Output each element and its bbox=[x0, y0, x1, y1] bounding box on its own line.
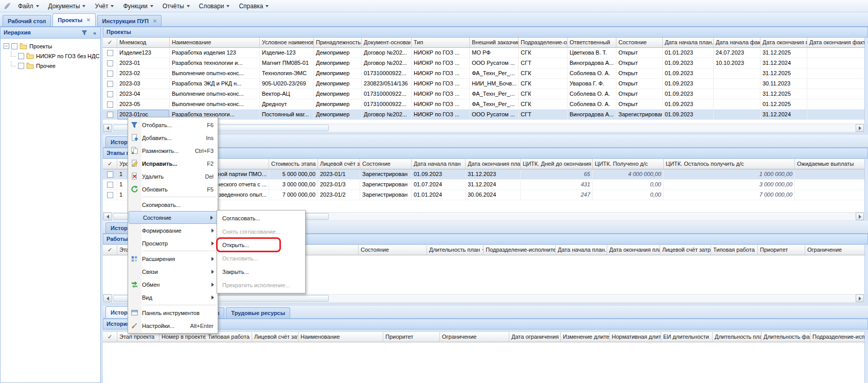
column-header[interactable]: Типовая работа bbox=[206, 332, 252, 342]
menubar-item[interactable]: Словари bbox=[194, 1, 235, 12]
scroll-left-button[interactable] bbox=[103, 294, 112, 302]
tab-close-icon[interactable]: ✕ bbox=[153, 19, 157, 24]
column-header[interactable]: Наименование bbox=[298, 332, 383, 342]
column-header[interactable]: ЦИТК. Осталось получить д/с bbox=[664, 159, 795, 169]
row-checkbox[interactable] bbox=[107, 112, 113, 118]
projects-vertical-scrollbar[interactable] bbox=[864, 38, 868, 124]
row-checkbox[interactable] bbox=[107, 182, 113, 188]
table-row[interactable]: 2023-01Разработка технологии и...Магнит … bbox=[103, 58, 864, 68]
works-vertical-scrollbar[interactable] bbox=[864, 245, 868, 294]
table-row[interactable]: 2023-02Выполнение опытно-конс...Технолог… bbox=[103, 68, 864, 79]
scrollbar-track[interactable] bbox=[112, 124, 856, 132]
context-menu-item[interactable]: Добавить...Ins bbox=[128, 131, 218, 144]
tree-node[interactable]: НИОКР по ГОЗ без НДС bbox=[2, 51, 99, 61]
main-tab[interactable]: Проекты✕ bbox=[52, 13, 95, 26]
column-header[interactable]: Лицевой счёт затрат bbox=[252, 332, 298, 342]
submenu-item[interactable]: Открыть... bbox=[217, 238, 305, 252]
column-header[interactable]: Ограничение bbox=[440, 332, 509, 342]
context-menu-item[interactable]: Настройки...Alt+Enter bbox=[128, 319, 218, 332]
column-header[interactable]: Ожидаемые выплаты bbox=[795, 159, 864, 169]
column-header[interactable]: Длительность план bbox=[427, 245, 484, 255]
scroll-right-button[interactable] bbox=[856, 294, 864, 302]
column-header[interactable]: Лицевой счёт затрат bbox=[660, 245, 711, 255]
column-header[interactable]: Дата ограничения bbox=[509, 332, 561, 342]
scroll-left-button[interactable] bbox=[103, 213, 112, 220]
row-checkbox[interactable] bbox=[107, 71, 113, 77]
column-header[interactable]: Приоритет bbox=[758, 245, 805, 255]
column-header[interactable]: Состояние bbox=[616, 38, 663, 48]
column-header[interactable]: Ограничение bbox=[805, 245, 864, 255]
menubar-item[interactable]: Файл bbox=[13, 1, 44, 12]
submenu-item[interactable]: Согласовать... bbox=[217, 212, 305, 225]
tree-checkbox[interactable] bbox=[11, 43, 17, 49]
column-header[interactable]: Наименование bbox=[170, 38, 260, 48]
column-header[interactable]: Типовая работа bbox=[711, 245, 758, 255]
submenu-item[interactable]: Закрыть... bbox=[217, 265, 305, 278]
stages-vertical-scrollbar[interactable] bbox=[864, 159, 868, 212]
column-header[interactable]: Приоритет bbox=[383, 332, 440, 342]
column-header[interactable]: Дата окончания план bbox=[607, 245, 660, 255]
column-header[interactable]: Дата начала факт bbox=[714, 38, 760, 48]
column-header[interactable]: ✓ bbox=[103, 245, 117, 255]
tree-checkbox[interactable] bbox=[18, 53, 24, 59]
column-header[interactable]: ЦИТК. Дней до окончания bbox=[521, 159, 593, 169]
context-menu-item[interactable]: УдалитьDel bbox=[128, 170, 218, 183]
row-checkbox[interactable] bbox=[107, 101, 113, 108]
context-menu-item[interactable]: Исправить...F2 bbox=[128, 157, 218, 170]
bottom-tab[interactable]: Трудовые ресурсы bbox=[226, 307, 290, 318]
column-header[interactable]: Дата начала план. bbox=[663, 38, 714, 48]
column-header[interactable]: Состояние bbox=[360, 159, 412, 169]
row-checkbox[interactable] bbox=[107, 192, 113, 198]
table-row[interactable]: Изделие123Разработка изделия 123Изделие-… bbox=[103, 48, 864, 58]
expander-icon[interactable]: − bbox=[4, 43, 9, 49]
column-header[interactable]: Тип bbox=[412, 38, 470, 48]
column-header[interactable]: Длительность факт bbox=[761, 332, 810, 342]
hierarchy-filter-button[interactable] bbox=[80, 29, 88, 37]
column-header[interactable]: Принадлежность bbox=[314, 38, 362, 48]
tree-checkbox[interactable] bbox=[18, 63, 24, 69]
menubar-item[interactable]: Функции bbox=[118, 1, 157, 12]
column-header[interactable]: Состояние bbox=[359, 245, 427, 255]
menubar-item[interactable]: Учёт bbox=[90, 1, 118, 12]
column-header[interactable]: Стоимость этапа bbox=[269, 159, 318, 169]
row-checkbox[interactable] bbox=[107, 91, 113, 97]
table-row[interactable]: 2023-03Разработка ЭКД и РКД н...905-U020… bbox=[103, 79, 864, 89]
column-header[interactable]: ЕИ длительности bbox=[661, 332, 713, 342]
scrollbar-track[interactable] bbox=[112, 294, 856, 302]
main-tab[interactable]: Рабочий стол bbox=[3, 15, 51, 26]
column-header[interactable]: Дата окончания факт bbox=[807, 38, 864, 48]
scroll-right-button[interactable] bbox=[856, 124, 864, 132]
column-header[interactable]: ✓ bbox=[103, 159, 117, 169]
column-header[interactable]: Дата начала план bbox=[412, 159, 466, 169]
column-header[interactable]: Внешний заказчик bbox=[470, 38, 519, 48]
tree-node[interactable]: −Проекты bbox=[2, 41, 99, 51]
column-header[interactable]: ✓ bbox=[103, 38, 117, 48]
column-header[interactable]: Дата окончания план. bbox=[760, 38, 807, 48]
column-header[interactable]: ЦИТК. Получено д/с bbox=[593, 159, 664, 169]
history-vertical-scrollbar[interactable] bbox=[864, 332, 868, 383]
column-header[interactable]: Длительность план bbox=[713, 332, 761, 342]
column-header[interactable]: Нормативная длительность bbox=[610, 332, 661, 342]
row-checkbox[interactable] bbox=[107, 60, 113, 66]
context-menu-item[interactable]: Просмотр bbox=[128, 237, 218, 250]
column-header[interactable]: Дата начала план. bbox=[556, 245, 607, 255]
column-header[interactable]: Подразделение-ответственный bbox=[519, 38, 568, 48]
menubar-item[interactable]: Справка bbox=[234, 1, 273, 12]
context-menu-item[interactable]: Обмен bbox=[128, 278, 218, 291]
context-menu-item[interactable]: Вид bbox=[128, 291, 218, 304]
scroll-left-button[interactable] bbox=[103, 124, 112, 132]
context-menu-item[interactable]: Расширения bbox=[128, 252, 218, 265]
context-menu-item[interactable]: Состояние bbox=[129, 211, 217, 224]
table-row[interactable]: 2023-04Выполнение опытно-конс...Вектор-А… bbox=[103, 89, 864, 99]
tab-close-icon[interactable]: ✕ bbox=[86, 18, 91, 23]
context-menu-item[interactable]: Отобрать...F6 bbox=[128, 118, 218, 131]
column-header[interactable]: Ответственный bbox=[568, 38, 616, 48]
table-row[interactable]: 2023-05Выполнение опытно-конс...Дредноут… bbox=[103, 99, 864, 110]
menubar-item[interactable]: Отчёты bbox=[158, 1, 194, 12]
collapse-panel-button[interactable]: « bbox=[91, 29, 99, 37]
context-menu-item[interactable]: Скопировать... bbox=[128, 198, 218, 211]
context-menu-item[interactable]: Размножить...Ctrl+F3 bbox=[128, 144, 218, 157]
column-header[interactable]: Условное наименование bbox=[260, 38, 314, 48]
column-header[interactable]: Подразделение-исполнитель. bbox=[484, 245, 556, 255]
row-checkbox[interactable] bbox=[107, 171, 113, 178]
